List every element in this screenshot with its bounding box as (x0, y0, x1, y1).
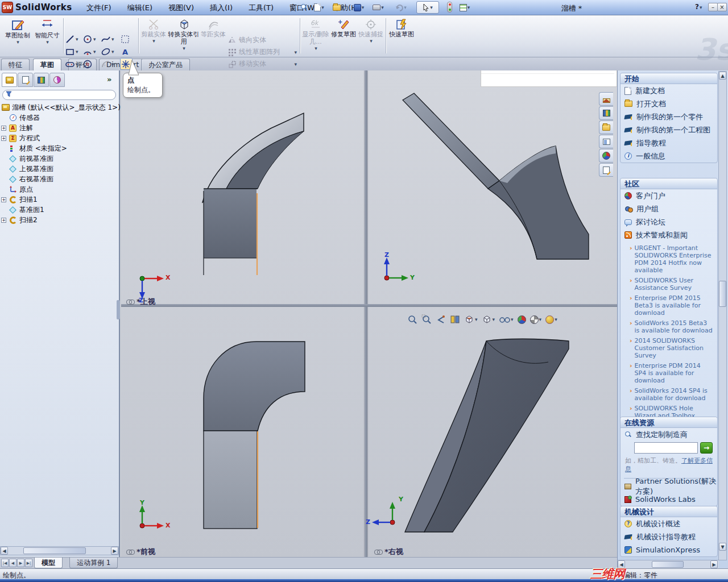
link-general-info[interactable]: i一般信息 (621, 149, 717, 163)
manufacturer-search-input[interactable] (634, 442, 698, 454)
link-tech-alerts[interactable]: 技术警戒和新闻 (621, 228, 717, 242)
section-community-header[interactable]: 社区 (621, 178, 717, 189)
link-first-part[interactable]: 制作我的第一个零件 (621, 110, 717, 123)
link-new-document[interactable]: 新建文档 (621, 84, 717, 97)
link-open-document[interactable]: 打开文档 (621, 97, 717, 110)
search-go-button[interactable]: → (700, 442, 713, 454)
expand-panel-chevron[interactable]: » (107, 75, 111, 84)
news-item[interactable]: ›SolidWorks 2014 SP4 is available for do… (630, 387, 713, 402)
sketch-region-icon[interactable] (120, 33, 133, 45)
feature-filter-input[interactable] (14, 92, 105, 98)
news-item[interactable]: ›Enterprise PDM 2015 Beta3 is available … (630, 294, 713, 317)
scroll-right-button[interactable]: ▶ (111, 547, 118, 555)
scroll-thumb[interactable] (23, 547, 86, 554)
tab-model[interactable]: 模型 (34, 558, 63, 568)
prev-tab-button[interactable]: ◀ (9, 559, 16, 567)
tab-features[interactable]: 特征 (1, 59, 30, 70)
design-library-tab[interactable] (599, 106, 613, 120)
part-geometry-right-view[interactable] (367, 307, 617, 557)
feature-manager-tab[interactable] (2, 73, 17, 87)
link-user-groups[interactable]: 用户组 (621, 202, 717, 215)
repair-sketch-button[interactable]: + 修复草图 (330, 17, 357, 56)
expand-box[interactable]: + (1, 126, 6, 131)
convert-entities-button[interactable]: 转换实体引用▾ (168, 17, 200, 56)
sketch-button[interactable]: 草图绘制▾ (3, 17, 32, 56)
ellipse-icon[interactable]: ▾ (101, 45, 118, 57)
tree-item-plane1[interactable]: 基准面1 (1, 205, 118, 215)
part-geometry-top-view[interactable] (121, 70, 365, 304)
tree-item-top-plane[interactable]: 上视基准面 (1, 164, 118, 174)
tree-item-sensors[interactable]: 传感器 (1, 113, 118, 123)
tree-root[interactable]: 溜槽 (默认<<默认>_显示状态 1>) (1, 102, 118, 113)
line-icon[interactable]: ▾ (65, 33, 82, 45)
partner-solutions-link[interactable]: Partner Solutions(解决方案) (621, 480, 717, 493)
home-tab[interactable] (599, 92, 613, 106)
display-manager-tab[interactable] (49, 73, 65, 87)
expand-box[interactable]: + (1, 197, 6, 202)
appearances-tab[interactable] (599, 149, 613, 163)
news-item[interactable]: ›URGENT - Important SOLIDWORKS Enterpris… (630, 244, 713, 274)
menu-file[interactable]: 文件(F) (78, 0, 119, 15)
minimize-button[interactable]: – (708, 3, 718, 11)
task-pane-vscrollbar[interactable]: ▲ ▼ (718, 71, 727, 560)
panel-splitter-grip[interactable] (117, 300, 120, 319)
close-button[interactable]: × (717, 3, 727, 11)
smart-dimension-button[interactable]: 智能尺寸▾ (33, 17, 61, 56)
save-icon[interactable]: ▾ (353, 1, 365, 14)
view-palette-tab[interactable] (599, 135, 613, 148)
news-item[interactable]: ›Enterprise PDM 2014 SP4 is available fo… (630, 362, 713, 384)
tree-item-front-plane[interactable]: 前视基准面 (1, 153, 118, 164)
spline-icon[interactable]: ▾ (101, 33, 118, 45)
zoom-to-fit-icon[interactable] (406, 314, 419, 325)
zoom-to-area-icon[interactable] (420, 314, 433, 325)
polygon-icon[interactable] (82, 58, 100, 70)
tree-item-sweep1[interactable]: + 扫描1 (1, 194, 118, 205)
last-tab-button[interactable]: ▶| (25, 559, 32, 567)
link-tutorials[interactable]: 指导教程 (621, 136, 717, 149)
view-orientation-icon[interactable]: ▾ (463, 314, 479, 325)
sketch-text-icon[interactable]: A (120, 45, 133, 57)
news-item[interactable]: ›2014 SOLIDWORKS Customer Satisfaction S… (630, 337, 713, 359)
news-item[interactable]: ›SOLIDWORKS User Assistance Survey (630, 277, 713, 292)
simulationxpress-link[interactable]: SimulationXpress (621, 543, 717, 556)
arc-icon[interactable]: ▾ (82, 45, 100, 57)
rebuild-traffic-light-icon[interactable] (447, 2, 452, 13)
expand-box[interactable]: + (1, 136, 6, 141)
slot-icon[interactable]: ▾ (65, 58, 82, 70)
select-cursor-icon[interactable]: ▾ (416, 1, 439, 14)
rapid-sketch-button[interactable]: 快速草图 (388, 17, 415, 56)
menu-tools[interactable]: 工具(T) (241, 0, 282, 15)
tree-item-annotations[interactable]: +A 注解 (1, 123, 118, 133)
scroll-up-button[interactable]: ▲ (719, 72, 726, 80)
first-tab-button[interactable]: |◀ (1, 559, 9, 567)
tree-item-right-plane[interactable]: 右视基准面 (1, 174, 118, 184)
link-first-drawing[interactable]: 制作我的第一个工程图 (621, 123, 717, 136)
section-machine-header[interactable]: 机械设计 (621, 506, 717, 517)
custom-properties-tab[interactable] (599, 163, 613, 177)
view-settings-icon[interactable]: ▾ (544, 315, 559, 325)
help-button[interactable]: ?▾ (695, 3, 702, 11)
tree-item-material[interactable]: 材质 <未指定> (1, 143, 118, 153)
previous-view-icon[interactable] (435, 314, 447, 325)
rectangle-icon[interactable]: ▾ (65, 45, 82, 57)
options-icon[interactable]: ▾ (458, 1, 471, 14)
new-document-icon[interactable]: ▾ (313, 1, 325, 14)
link-discussion-forum[interactable]: 探讨论坛 (621, 215, 717, 228)
scroll-thumb[interactable] (719, 281, 726, 307)
display-style-icon[interactable]: ▾ (481, 314, 497, 325)
machine-design-overview-link[interactable]: ?机械设计概述 (621, 517, 717, 530)
scroll-down-button[interactable]: ▼ (719, 543, 726, 551)
expand-box[interactable]: + (1, 218, 6, 223)
next-tab-button[interactable]: ▶ (17, 559, 24, 567)
scroll-left-button[interactable]: ◀ (1, 547, 8, 555)
tab-motion-study[interactable]: 运动算例 1 (69, 558, 118, 568)
tree-item-origin[interactable]: 原点 (1, 184, 118, 194)
menu-view[interactable]: 视图(V) (160, 0, 202, 15)
section-online-header[interactable]: 在线资源 (621, 417, 717, 428)
link-customer-portal[interactable]: 客户门户 (621, 189, 717, 202)
edit-appearance-icon[interactable] (516, 315, 527, 325)
feature-filter[interactable] (2, 90, 116, 100)
menu-edit[interactable]: 编辑(E) (119, 0, 160, 15)
hide-show-items-icon[interactable]: ▾ (498, 314, 515, 325)
apply-scene-icon[interactable]: ▾ (529, 315, 543, 325)
